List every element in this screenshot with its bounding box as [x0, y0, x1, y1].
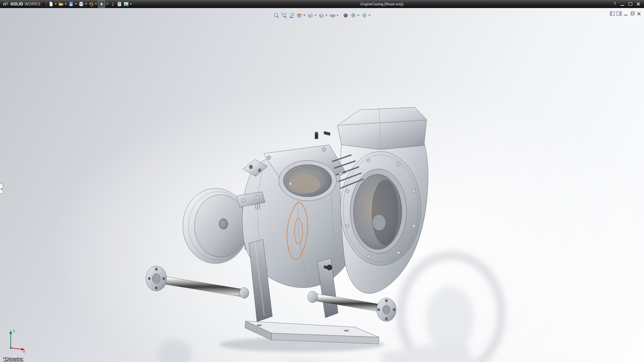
document-title: EngineCasing [Read-only] — [361, 0, 404, 8]
window-controls: ? — [612, 2, 644, 6]
view-orientation-icon — [308, 12, 314, 18]
options-dropdown-arrow-icon[interactable] — [130, 3, 132, 5]
hide-show-items-dropdown-arrow-icon[interactable] — [337, 15, 339, 16]
display-style-icon — [319, 12, 325, 18]
graphics-viewport[interactable]: Y X *Dimetric — [0, 8, 644, 362]
section-view-dropdown-arrow-icon[interactable] — [304, 15, 306, 16]
select-dropdown[interactable] — [105, 0, 109, 8]
toolbar-separator — [46, 1, 46, 7]
save-icon — [68, 1, 74, 7]
hide-show-items-icon — [330, 12, 336, 18]
open-button[interactable] — [58, 0, 68, 8]
dock-pane-right-icon[interactable] — [616, 11, 622, 16]
undo-dropdown-arrow-icon[interactable] — [95, 3, 97, 5]
save-dropdown-arrow-icon[interactable] — [75, 3, 77, 5]
open-folder-icon — [58, 1, 64, 7]
view-settings-dropdown-arrow-icon[interactable] — [369, 15, 371, 16]
section-view-icon — [297, 12, 303, 18]
minimize-document-icon[interactable] — [623, 11, 628, 16]
rebuild-traffic-light-icon — [110, 1, 115, 7]
previous-view-icon — [289, 12, 295, 18]
model-engine-casing[interactable] — [144, 105, 513, 362]
view-orientation-dropdown-arrow-icon[interactable] — [315, 15, 317, 16]
print-button[interactable] — [78, 0, 88, 8]
app-name-solid: SOLID — [10, 2, 23, 6]
triad-y-label: Y — [13, 329, 15, 333]
select-dropdown-arrow-icon[interactable] — [106, 3, 108, 5]
solidworks-window: SOLIDWORKS — [0, 0, 644, 362]
undo-button[interactable] — [88, 0, 98, 8]
view-settings-button[interactable] — [361, 12, 372, 19]
app-name-works: WORKS — [24, 2, 40, 6]
edit-appearance-button[interactable] — [342, 12, 350, 19]
document-window-controls — [610, 11, 642, 16]
display-style-dropdown-arrow-icon[interactable] — [326, 15, 328, 16]
file-properties-button[interactable] — [116, 0, 123, 8]
handle-bar-right[interactable] — [308, 291, 396, 321]
solidworks-logo[interactable]: SOLIDWORKS — [0, 0, 43, 8]
new-button[interactable] — [48, 0, 58, 8]
close-button[interactable] — [636, 2, 641, 6]
view-orientation-button[interactable] — [307, 12, 318, 19]
maximize-button[interactable] — [628, 2, 633, 6]
minimize-button[interactable] — [620, 2, 625, 6]
help-button[interactable]: ? — [612, 2, 617, 6]
view-orientation-label: *Dimetric — [3, 356, 23, 362]
heads-up-view-toolbar — [273, 12, 372, 19]
undo-icon — [89, 1, 94, 7]
zoom-to-fit-icon — [273, 12, 279, 18]
print-icon — [78, 1, 84, 7]
menu-flyout-arrow-icon[interactable] — [43, 3, 45, 5]
zoom-to-fit-button[interactable] — [273, 12, 280, 19]
dock-pane-left-icon[interactable] — [610, 11, 615, 16]
top-housing-box[interactable] — [315, 107, 427, 149]
new-document-icon — [48, 1, 54, 7]
close-document-icon[interactable] — [637, 11, 642, 16]
titlebar: SOLIDWORKS — [0, 0, 644, 8]
view-settings-icon — [362, 12, 368, 18]
edit-appearance-icon — [343, 12, 349, 18]
new-dropdown-arrow-icon[interactable] — [55, 3, 57, 5]
print-dropdown-arrow-icon[interactable] — [85, 3, 87, 5]
open-dropdown-arrow-icon[interactable] — [65, 3, 67, 5]
hide-show-items-button[interactable] — [329, 12, 340, 19]
apply-scene-dropdown-arrow-icon[interactable] — [358, 15, 360, 16]
options-button[interactable] — [123, 0, 133, 8]
dassault-3ds-logo-icon — [2, 2, 9, 7]
save-button[interactable] — [68, 0, 78, 8]
select-button[interactable] — [98, 0, 105, 8]
handle-bar-left[interactable] — [146, 266, 249, 298]
previous-view-button[interactable] — [288, 12, 296, 19]
display-style-button[interactable] — [318, 12, 329, 19]
rebuild-button[interactable] — [109, 0, 116, 8]
section-view-button[interactable] — [296, 12, 307, 19]
zoom-to-area-button[interactable] — [280, 12, 288, 19]
zoom-to-area-icon — [281, 12, 287, 18]
select-cursor-icon — [99, 1, 104, 7]
options-scene-icon — [123, 1, 129, 7]
file-properties-icon — [117, 1, 122, 7]
apply-scene-button[interactable] — [350, 12, 361, 19]
apply-scene-icon — [351, 12, 357, 18]
triad-x-label: X — [23, 350, 25, 353]
reference-triad: Y X — [5, 328, 27, 353]
restore-document-icon[interactable] — [630, 11, 635, 16]
panel-collapse-handle[interactable] — [0, 184, 3, 194]
